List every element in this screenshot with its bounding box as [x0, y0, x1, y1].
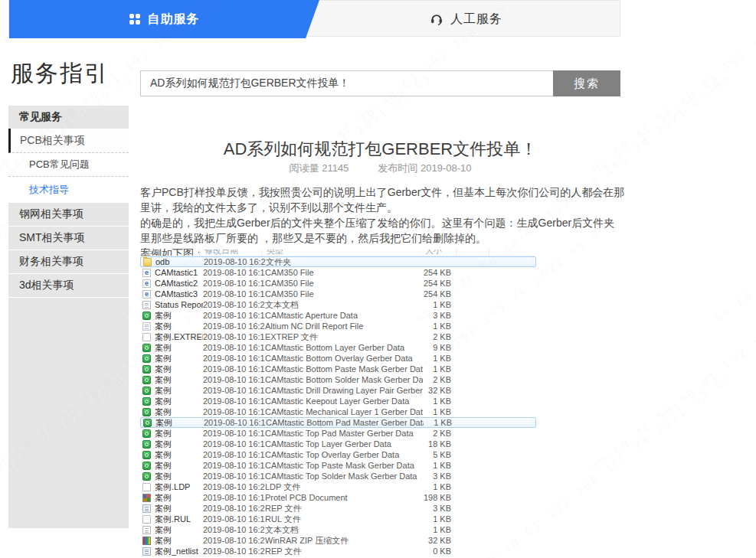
- file-name: CAMtastic2: [155, 279, 203, 289]
- column-type: 类型: [267, 250, 283, 256]
- file-size: 1 KB: [423, 525, 451, 535]
- file-type: CAMtastic Keepout Layer Gerber Data: [265, 396, 423, 406]
- cam350-icon: [142, 269, 151, 277]
- file-date: 2019-08-10 16:28: [203, 536, 265, 546]
- file-date: 2019-08-10 16:28: [203, 300, 265, 310]
- sidebar-title: 服务指引: [11, 58, 109, 90]
- rep-icon: [142, 547, 151, 556]
- article-paragraph: 的确是的，我把生成Gerber后的文件夹整个压缩了发给的你们。这里有个问题：生成…: [140, 215, 625, 246]
- file-size: 3 KB: [423, 311, 451, 321]
- file-type: CAMtastic Top Solder Mask Gerber Data: [265, 472, 423, 481]
- file-size: 1 KB: [424, 418, 452, 428]
- file-name: 案例.RUL: [155, 514, 203, 524]
- sidebar-item-SMT相关事项[interactable]: SMT相关事项: [8, 227, 129, 250]
- top-tabs: 人工服务 自助服务: [8, 0, 620, 37]
- file-date: 2019-08-10 16:18: [203, 396, 265, 406]
- file-size: 254 KB: [423, 289, 451, 299]
- file-size: 5 KB: [423, 450, 451, 460]
- file-name: 案例: [155, 396, 203, 406]
- blankdoc-icon: [142, 483, 151, 491]
- watermark-text: 00:E0:4C:5B:4B:01 192.168.165.74 2021-09…: [712, 71, 756, 326]
- file-size: 1 KB: [423, 321, 451, 331]
- file-type: CAMtastic Drill Drawing Layer Pair Gerbe…: [265, 386, 423, 396]
- file-size: 2 KB: [423, 429, 451, 439]
- file-name: 案例: [155, 493, 203, 503]
- file-date: 2019-08-10 16:18: [203, 343, 265, 353]
- file-row: 案例2019-08-10 16:18CAMtastic Bottom Layer…: [140, 342, 536, 353]
- file-type: Protel PCB Document: [265, 493, 423, 503]
- file-size: 18 KB: [423, 439, 451, 449]
- tab-self-service[interactable]: 自助服务: [9, 0, 319, 38]
- sidebar-item-3d相关事项[interactable]: 3d相关事项: [8, 274, 129, 298]
- sidebar-item-钢网相关事项[interactable]: 钢网相关事项: [8, 203, 129, 227]
- column-date: 修改日期: [205, 250, 238, 256]
- column-name: 名称: [145, 250, 162, 256]
- sidebar-item-常见服务[interactable]: 常见服务: [8, 106, 129, 129]
- zip-icon: [142, 537, 151, 545]
- file-name: 案例_netlist: [155, 547, 203, 556]
- file-type: CAMtastic Bottom Layer Gerber Data: [265, 343, 423, 353]
- file-size: 32 KB: [423, 386, 451, 396]
- file-name: 案例: [155, 450, 203, 460]
- sidebar-item-PCB常见问题[interactable]: PCB常见问题: [8, 153, 129, 177]
- gerber-icon: [142, 354, 151, 363]
- file-type: LDP 文件: [265, 482, 423, 492]
- file-name: 案例: [155, 429, 203, 439]
- file-row: CAMtastic12019-08-10 16:19CAM350 File254…: [140, 267, 536, 278]
- file-name: 案例: [155, 536, 203, 546]
- file-row: 案例2019-08-10 16:18CAMtastic Top Layer Ge…: [140, 439, 536, 449]
- read-count: 阅读量 21145: [290, 162, 349, 175]
- file-row: 案例2019-08-10 16:18CAMtastic Keepout Laye…: [140, 396, 536, 406]
- sidebar-item-财务相关事项[interactable]: 财务相关事项: [8, 250, 129, 274]
- file-type: CAMtastic Aperture Data: [265, 311, 423, 321]
- file-type: WinRAR ZIP 压缩文件: [265, 536, 423, 546]
- sidebar-item-技术指导[interactable]: 技术指导: [8, 177, 129, 203]
- file-date: 2019-08-10 16:18: [203, 311, 265, 321]
- blankdoc-icon: [142, 333, 151, 341]
- file-name: CAMtastic1: [155, 268, 203, 278]
- gerber-icon: [142, 451, 151, 459]
- file-row: CAMtastic22019-08-10 16:19CAM350 File254…: [140, 278, 536, 289]
- gerber-icon: [142, 397, 151, 406]
- file-row: 案例2019-08-10 16:28REP 文件3 KB: [140, 503, 536, 514]
- gerber-icon: [142, 462, 151, 470]
- search-input[interactable]: [140, 70, 553, 96]
- cam350-icon: [142, 290, 151, 299]
- file-date: 2019-08-10 16:18: [203, 386, 265, 396]
- column-size: 大小: [425, 250, 442, 256]
- file-size: 9 KB: [423, 343, 451, 353]
- textdoc-icon: [142, 301, 151, 309]
- gerber-icon: [142, 312, 151, 320]
- file-size: 32 KB: [423, 536, 451, 546]
- file-name: 案例: [155, 407, 203, 417]
- file-size: 0 KB: [423, 547, 451, 556]
- search-button[interactable]: 搜索: [553, 70, 620, 96]
- sidebar-menu: 常见服务PCB相关事项PCB常见问题技术指导钢网相关事项SMT相关事项财务相关事…: [8, 106, 129, 528]
- file-name: 案例: [155, 461, 203, 471]
- file-type: CAMtastic Top Pad Master Gerber Data: [265, 429, 423, 439]
- file-name: 案例: [155, 364, 203, 374]
- file-type: CAMtastic Mechanical Layer 1 Gerber Data: [265, 407, 423, 417]
- file-type: 文本文档: [265, 300, 423, 310]
- file-size: 1 KB: [423, 396, 451, 406]
- file-date: 2019-08-10 16:28: [203, 547, 265, 556]
- gerber-icon: [142, 440, 151, 449]
- sidebar-item-PCB相关事项[interactable]: PCB相关事项: [8, 129, 129, 153]
- file-date: 2019-08-10 16:15: [203, 493, 265, 503]
- page: 00:E0:4C:5B:4B:01 192.168.165.74 2021-09…: [0, 0, 756, 558]
- file-row: 案例2019-08-10 16:20Altium NC Drill Report…: [140, 321, 536, 331]
- file-date: 2019-08-10 16:20: [203, 525, 265, 535]
- file-row: 案例_netlist2019-08-10 16:28REP 文件0 KB: [140, 546, 536, 556]
- file-row: 案例.LDP2019-08-10 16:20LDP 文件1 KB: [140, 481, 536, 492]
- file-name: 案例: [155, 375, 203, 385]
- file-date: 2019-08-10 16:19: [203, 279, 265, 289]
- headset-icon: [430, 12, 443, 26]
- tab-human-service[interactable]: 人工服务: [311, 1, 621, 38]
- file-row: 案例2019-08-10 16:18CAMtastic Bottom Overl…: [140, 353, 536, 364]
- article-title: AD系列如何规范打包GERBER文件投单！: [140, 138, 620, 161]
- gerber-icon: [142, 472, 151, 481]
- file-type: CAMtastic Bottom Solder Mask Gerber Data: [265, 375, 423, 385]
- search-bar: 搜索: [140, 70, 620, 96]
- tab-self-service-label: 自助服务: [148, 11, 200, 28]
- file-name: Status Report: [155, 300, 203, 310]
